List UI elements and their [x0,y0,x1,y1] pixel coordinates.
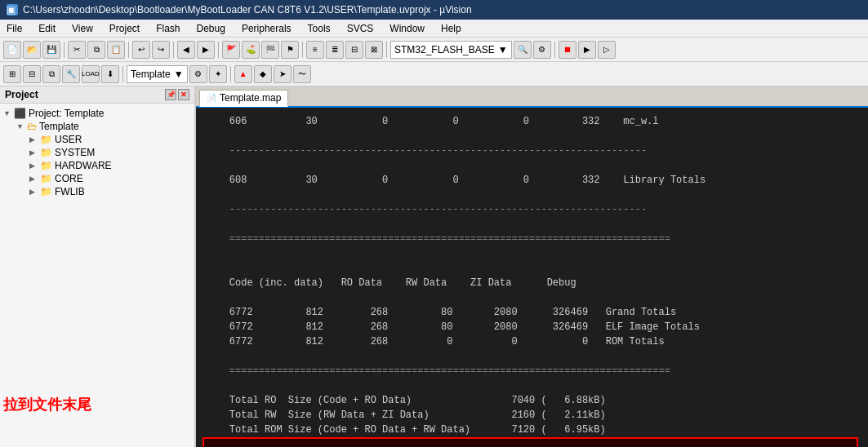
menu-debug[interactable]: Debug [194,22,229,35]
tree-root[interactable]: ▼ ⬛ Project: Template [3,107,191,120]
map-line: 608 30 0 0 0 332 Library Totals [206,173,858,188]
sep7 [554,42,555,58]
debug-arrow[interactable]: ➤ [274,65,292,83]
sep9 [230,66,231,82]
target-dropdown[interactable]: Template ▼ [127,65,188,83]
map-line: Code (inc. data) RO Data RW Data ZI Data… [206,276,858,290]
sidebar-close-button[interactable]: ✕ [178,89,189,100]
layers-btn[interactable]: ⧉ [42,65,60,83]
chip-btn[interactable]: 🔧 [62,65,80,83]
indent-btn[interactable]: ≡ [306,41,324,59]
bookmark2[interactable]: ⛳ [242,41,260,59]
undo-button[interactable]: ↩ [132,41,150,59]
run2-btn[interactable]: ▷ [598,41,616,59]
tree-hardware[interactable]: ▶ 📁 HARDWARE [3,159,191,172]
tree-fwlib[interactable]: ▶ 📁 FWLIB [3,185,191,198]
tree-template-label: Template [39,121,79,132]
tab-template-map[interactable]: 📄 Template.map [199,90,288,107]
open-button[interactable]: 📂 [23,41,41,59]
down-btn[interactable]: ⬇ [101,65,119,83]
project-tree: ▼ ⬛ Project: Template ▼ 🗁 Template ▶ 📁 U… [0,104,194,201]
menu-file[interactable]: File [3,22,25,35]
tree-system-label: SYSTEM [55,147,95,158]
new-button[interactable]: 📄 [3,41,21,59]
debug-start[interactable]: ▲ [234,65,252,83]
content-area: 📄 Template.map 606 30 0 0 0 332 mc_w.l -… [196,86,868,447]
project-sidebar: Project 📌 ✕ ▼ ⬛ Project: Template ▼ 🗁 Te… [0,86,196,447]
tree-user[interactable]: ▶ 📁 USER [3,133,191,146]
tree-template[interactable]: ▼ 🗁 Template [3,120,191,133]
menu-tools[interactable]: Tools [305,22,334,35]
map-line: Total RW Size (RW Data + ZI Data) 2160 (… [206,408,858,423]
sep8 [122,66,123,82]
tree-hardware-label: HARDWARE [55,160,112,171]
title-bar: ▣ C:\Users\zhoodn\Desktop\Bootloader\MyB… [0,0,868,20]
tab-bar: 📄 Template.map [196,86,868,108]
flash-target-dropdown[interactable]: STM32_FLASH_BASE ▼ [390,41,512,59]
map-line: ========================================… [206,364,858,378]
map-content[interactable]: 606 30 0 0 0 332 mc_w.l ----------------… [196,108,868,447]
paste-button[interactable]: 📋 [107,41,125,59]
toolbar-row1: 📄 📂 💾 ✂ ⧉ 📋 ↩ ↪ ◀ ▶ 🚩 ⛳ 🏁 ⚑ ≡ ≣ ⊟ ⊠ STM3… [0,38,868,62]
grid2-btn[interactable]: ⊟ [23,65,41,83]
dropdown-arrow-icon: ▼ [498,44,508,55]
sep3 [173,42,174,58]
menu-help[interactable]: Help [438,22,465,35]
target-run-btn[interactable]: ✦ [209,65,227,83]
map-line [206,290,858,305]
fwlib-folder-icon: 📁 [40,186,52,197]
map-line: Total ROM Size (Code + RO Data + RW Data… [206,423,858,437]
menu-project[interactable]: Project [106,22,143,35]
flash-target-label: STM32_FLASH_BASE [394,44,495,55]
map-line: 6772 812 268 0 0 0 ROM Totals [206,334,858,349]
load-btn[interactable]: LOAD [82,65,100,83]
map-line: ========================================… [206,232,858,246]
menu-view[interactable]: View [69,22,96,35]
menu-window[interactable]: Window [386,22,428,35]
align-btn[interactable]: ⊟ [345,41,363,59]
tree-fwlib-label: FWLIB [55,186,85,197]
bookmark1[interactable]: 🚩 [222,41,240,59]
tree-core-label: CORE [55,173,83,184]
map-line: 606 30 0 0 0 332 mc_w.l [206,114,858,129]
sep1 [64,42,65,58]
menu-peripherals[interactable]: Peripherals [238,22,295,35]
tree-core[interactable]: ▶ 📁 CORE [3,172,191,185]
menu-edit[interactable]: Edit [35,22,59,35]
sep4 [218,42,219,58]
redo-button[interactable]: ↪ [152,41,170,59]
map-line [206,261,858,276]
bookmark4[interactable]: ⚑ [281,41,299,59]
menu-flash[interactable]: Flash [153,22,183,35]
project-root-icon: ⬛ [14,108,26,119]
map-line [206,378,858,393]
settings-btn[interactable]: ⚙ [533,41,551,59]
debug-wave[interactable]: 〜 [293,65,311,83]
run-btn[interactable]: ▶ [578,41,596,59]
grid-btn[interactable]: ⊞ [3,65,21,83]
sep2 [128,42,129,58]
nav-fwd-button[interactable]: ▶ [197,41,215,59]
browse-btn[interactable]: 🔍 [514,41,532,59]
stop-btn[interactable]: ⏹ [559,41,576,59]
outdent-btn[interactable]: ≣ [326,41,344,59]
menu-bar: File Edit View Project Flash Debug Perip… [0,20,868,38]
target-settings-btn[interactable]: ⚙ [189,65,207,83]
hardware-folder-icon: 📁 [40,160,52,171]
menu-svcs[interactable]: SVCS [344,22,377,35]
tree-system[interactable]: ▶ 📁 SYSTEM [3,146,191,159]
copy-button[interactable]: ⧉ [87,41,105,59]
map-line: ----------------------------------------… [206,202,858,217]
tab-doc-icon: 📄 [207,94,216,103]
cut-button[interactable]: ✂ [68,41,86,59]
save-button[interactable]: 💾 [42,41,60,59]
space-btn[interactable]: ⊠ [365,41,383,59]
project-root-label: Project: Template [29,108,105,119]
sidebar-pin-button[interactable]: 📌 [165,89,176,100]
map-line [206,349,858,364]
app-icon: ▣ [7,4,18,15]
bookmark3[interactable]: 🏁 [261,41,279,59]
debug-stop[interactable]: ◆ [254,65,272,83]
nav-back-button[interactable]: ◀ [177,41,195,59]
target-label: Template [131,69,171,80]
